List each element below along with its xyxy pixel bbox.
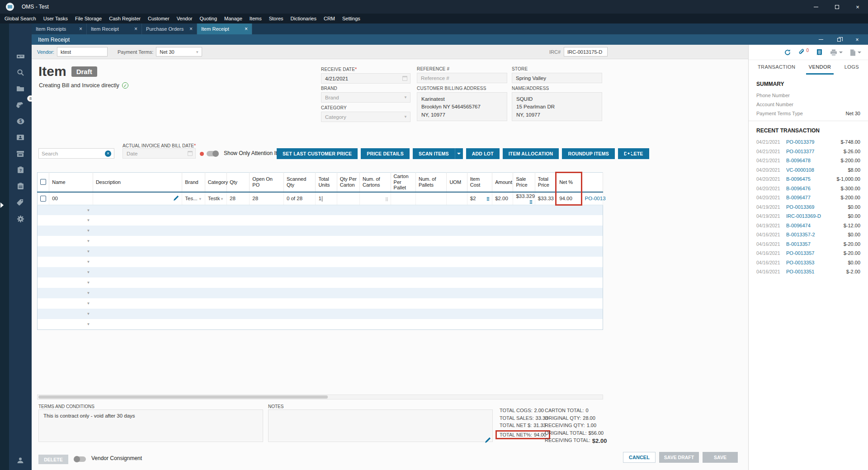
refresh-icon[interactable] xyxy=(784,49,791,56)
row-checkbox[interactable] xyxy=(40,196,46,202)
po-link[interactable]: PO-0013 xyxy=(585,196,606,201)
document-tab[interactable]: Item Receipt × xyxy=(87,24,142,34)
row-expand-icon[interactable]: ▼ xyxy=(86,229,90,233)
scrollbar-thumb[interactable] xyxy=(38,395,328,399)
row-expand-icon[interactable]: ▼ xyxy=(86,312,90,316)
menu-item[interactable]: CRM xyxy=(320,14,339,24)
transaction-link[interactable]: PO-0013353 xyxy=(786,260,814,265)
total-units-cell[interactable]: 1 xyxy=(316,192,337,205)
num-of-cartons-cell[interactable] xyxy=(360,192,391,205)
brand-cell[interactable]: Tes...▼ xyxy=(182,192,205,205)
row-expand-icon[interactable]: ▼ xyxy=(86,249,90,254)
sidebar-expander-icon[interactable] xyxy=(0,202,4,208)
brand-select[interactable]: Brand ▼ xyxy=(321,92,410,103)
menu-item[interactable]: Items xyxy=(246,14,265,24)
chevron-down-icon[interactable] xyxy=(858,52,861,53)
menu-item[interactable]: Cash Register xyxy=(105,14,144,24)
menu-item[interactable]: Settings xyxy=(339,14,364,24)
transaction-link[interactable]: VC-0000108 xyxy=(786,167,814,173)
scan-items-dropdown-icon[interactable] xyxy=(455,148,463,159)
right-panel-tab[interactable]: LOGS xyxy=(842,60,862,75)
menu-item[interactable]: Quoting xyxy=(196,14,221,24)
menu-item[interactable]: Customer xyxy=(144,14,173,24)
transaction-link[interactable]: PO-0013379 xyxy=(786,139,814,145)
uom-cell[interactable] xyxy=(447,192,467,205)
col-brand[interactable]: Brand xyxy=(182,173,205,192)
menu-item[interactable]: User Tasks xyxy=(40,14,71,24)
col-uom[interactable]: UOM xyxy=(447,173,467,192)
transaction-link[interactable]: B-0013357-2 xyxy=(786,232,815,237)
save-draft-button[interactable]: SAVE DRAFT xyxy=(659,452,699,463)
item-allocation-button[interactable]: ITEM ALLOCATION xyxy=(503,148,559,159)
menu-item[interactable]: Dictionaries xyxy=(287,14,320,24)
col-carton-per-pallet[interactable]: Carton Per Pallet xyxy=(391,173,415,192)
row-expand-icon[interactable]: ▼ xyxy=(86,208,90,212)
clipboard-question-icon[interactable]: ? xyxy=(11,164,30,176)
irc-input[interactable]: IRC-0013175-D xyxy=(564,47,608,56)
money-icon[interactable]: $ xyxy=(11,115,30,127)
cash-register-icon[interactable] xyxy=(11,50,30,62)
contacts-icon[interactable] xyxy=(11,131,30,144)
right-panel-tab[interactable]: TRANSACTION xyxy=(755,60,798,75)
price-details-button[interactable]: PRICE DETAILS xyxy=(361,148,410,159)
transaction-link[interactable]: PO-0013369 xyxy=(786,204,814,210)
edit-pencil-icon[interactable] xyxy=(173,195,179,202)
invoice-date-input[interactable]: Date xyxy=(123,148,196,159)
receipt-icon[interactable] xyxy=(816,49,823,56)
col-category[interactable]: Category xyxy=(205,173,226,192)
search-icon[interactable] xyxy=(11,66,30,79)
drag-handle-icon[interactable] xyxy=(386,197,388,201)
menu-item[interactable]: Vendor xyxy=(173,14,196,24)
payment-terms-select[interactable]: Net 30 ▼ xyxy=(156,47,202,56)
row-expand-icon[interactable]: ▼ xyxy=(86,301,90,306)
col-num-of-pallets[interactable]: Num. of Pallets xyxy=(415,173,446,192)
qty-cell[interactable]: 28 xyxy=(226,192,249,205)
close-icon[interactable]: × xyxy=(847,0,868,14)
roundup-items-button[interactable]: ROUNDUP ITEMS xyxy=(562,148,615,159)
vendor-consignment-toggle[interactable] xyxy=(74,456,86,462)
table-settings-gear-icon[interactable] xyxy=(625,150,632,159)
transaction-link[interactable]: IRC-0013369-D xyxy=(786,213,821,219)
col-qty[interactable]: Qty xyxy=(226,173,249,192)
store-icon[interactable] xyxy=(11,147,30,160)
net-pct-cell[interactable]: 94.00 xyxy=(556,192,581,205)
chevron-down-icon[interactable]: ▼ xyxy=(220,197,224,201)
col-total-units[interactable]: Total Units xyxy=(316,173,337,192)
menu-dots-icon[interactable] xyxy=(530,200,532,204)
inner-minimize-icon[interactable] xyxy=(812,34,830,45)
receive-date-input[interactable]: 4/21/2021 xyxy=(321,73,410,84)
user-icon[interactable] xyxy=(11,454,30,466)
scan-items-button[interactable]: SCAN ITEMS xyxy=(413,148,455,159)
folder-icon[interactable] xyxy=(11,82,30,95)
terms-textarea[interactable]: This is contract only - void after 30 da… xyxy=(38,409,263,442)
row-expand-icon[interactable]: ▼ xyxy=(86,270,90,274)
document-tab[interactable]: Item Receipt × xyxy=(197,24,252,34)
menu-item[interactable]: Stores xyxy=(265,14,287,24)
chevron-down-icon[interactable] xyxy=(839,52,843,53)
document-tab[interactable]: Purchase Orders × xyxy=(142,24,197,34)
minimize-icon[interactable] xyxy=(806,0,826,14)
transaction-link[interactable]: B-0096474 xyxy=(786,223,811,228)
add-lot-button[interactable]: ADD LOT xyxy=(466,148,500,159)
row-expand-icon[interactable]: ▼ xyxy=(86,291,90,295)
reference-input[interactable]: Reference # xyxy=(417,73,507,83)
chevron-down-icon[interactable]: ▼ xyxy=(198,197,202,201)
transaction-link[interactable]: PO-0013377 xyxy=(786,149,814,154)
transaction-link[interactable]: B-0096478 xyxy=(786,158,811,163)
inner-restore-icon[interactable] xyxy=(830,34,848,45)
store-input[interactable]: Spring Valley xyxy=(512,73,602,83)
tab-close-icon[interactable]: × xyxy=(79,26,82,32)
gear-icon[interactable] xyxy=(11,212,30,225)
transaction-link[interactable]: PO-0013351 xyxy=(786,269,814,274)
calendar-icon[interactable] xyxy=(188,151,193,156)
tab-close-icon[interactable]: × xyxy=(189,26,193,32)
sale-price-cell[interactable]: $33.329 xyxy=(513,192,535,205)
clear-search-icon[interactable]: × xyxy=(105,150,111,157)
save-button[interactable]: SAVE xyxy=(703,452,738,463)
transaction-link[interactable]: B-0013357 xyxy=(786,241,811,247)
delete-draft-button[interactable]: DELETE xyxy=(38,455,68,464)
set-last-customer-price-button[interactable]: SET LAST CUSTOMER PRICE xyxy=(277,148,358,159)
delete-button[interactable]: DELETE xyxy=(618,148,649,159)
tab-close-icon[interactable]: × xyxy=(134,26,137,32)
category-select[interactable]: Category ▼ xyxy=(321,112,410,122)
